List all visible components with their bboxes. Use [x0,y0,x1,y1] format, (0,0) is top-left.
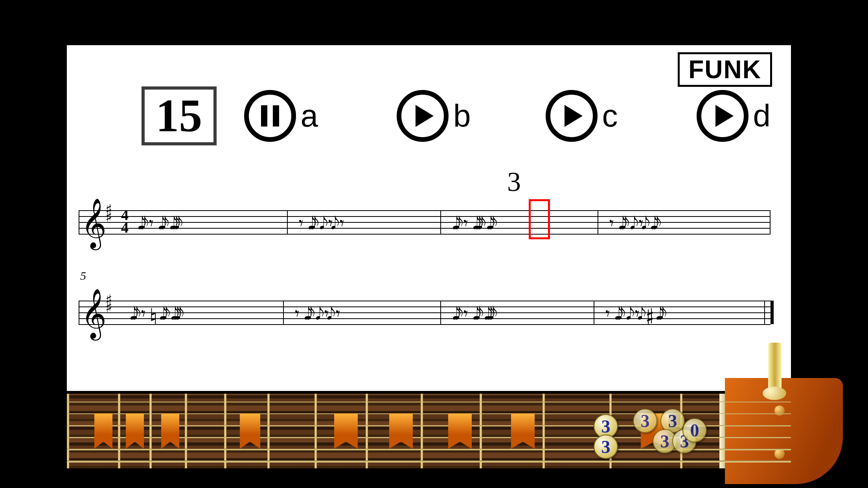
music-notes: 𝅘𝅥𝅮𝅘𝅥𝅮 𝄾 𝅘𝅥𝅮𝅘𝅥𝅮 𝅘𝅥𝅮𝅘𝅥𝅮𝅘𝅥𝅮 [452,304,491,324]
nut [719,394,725,468]
variation-d-button[interactable]: d [697,90,771,142]
time-signature: 44 [121,209,129,234]
finger-marker: 3 [594,435,618,459]
play-icon [546,90,598,142]
music-notes: 𝅘𝅥𝅮𝅘𝅥𝅮 𝄾 𝅘𝅥𝅮𝅘𝅥𝅮𝅘𝅥𝅮 𝅘𝅥𝅮𝅘𝅥𝅮 [452,213,491,233]
finger-marker-ghost: 3 [633,409,657,433]
variation-b-button[interactable]: b [397,90,471,142]
key-signature: ♯♯ [105,296,110,312]
variation-b-label: b [453,98,471,134]
finger-marker-ghost: 0 [682,418,707,442]
main-panel: FUNK 15 a b c d 3 𝄞 ♯♯ [67,45,791,391]
music-notes: 𝅘𝅥𝅮𝅘𝅥𝅮 𝄾 ♮𝅘𝅥𝅮𝅘𝅥𝅮 𝅘𝅥𝅮𝅘𝅥𝅮𝅘𝅥𝅮 [130,304,178,324]
variation-c-button[interactable]: c [546,90,618,142]
controls-row: 15 a b c d [142,88,771,143]
style-label: FUNK [678,52,772,87]
triplet-marker: 3 [507,166,521,198]
treble-clef-icon: 𝄞 [81,289,107,339]
fretboard[interactable]: 3 3 3 3 3 3 0 [67,394,791,468]
tuning-peg [768,343,782,390]
pause-icon [244,90,296,142]
staff-line-1: 𝄞 ♯♯ 44 𝅘𝅥𝅮𝅘𝅥𝅮 𝄾 𝅘𝅥𝅮𝅘𝅥𝅮 𝅘𝅥𝅮𝅘𝅥𝅮𝅘𝅥𝅮 𝄾 𝅘𝅥𝅮𝅘… [79,210,771,234]
music-notes: 𝄾 𝅘𝅥𝅮𝅘𝅥𝅮 𝅘𝅥𝅮 𝄾𝅘𝅥𝅮 𝄾 [295,304,338,324]
play-icon [697,90,748,142]
playback-cursor [529,199,550,239]
variation-c-label: c [602,98,618,134]
staff-line-2: 𝄞 ♯♯ 𝅘𝅥𝅮𝅘𝅥𝅮 𝄾 ♮𝅘𝅥𝅮𝅘𝅥𝅮 𝅘𝅥𝅮𝅘𝅥𝅮𝅘𝅥𝅮 𝄾 𝅘𝅥𝅮𝅘𝅥𝅮… [79,301,771,324]
key-signature: ♯♯ [105,205,110,221]
variation-d-label: d [753,98,771,134]
music-notes: 𝄾 𝅘𝅥𝅮𝅘𝅥𝅮 𝅘𝅥𝅮 𝄾𝅘𝅥𝅮 𝅘𝅥𝅮𝅘𝅥𝅮 [609,213,655,233]
music-notes: 𝅘𝅥𝅮𝅘𝅥𝅮 𝄾 𝅘𝅥𝅮𝅘𝅥𝅮 𝅘𝅥𝅮𝅘𝅥𝅮𝅘𝅥𝅮 [138,213,177,233]
play-icon [397,90,449,142]
variation-a-button[interactable]: a [244,90,318,142]
tuning-peg-knob [763,387,786,400]
treble-clef-icon: 𝄞 [81,198,107,249]
music-notes: 𝄾 𝅘𝅥𝅮𝅘𝅥𝅮 𝅘𝅥𝅮 𝄾𝅘𝅥𝅮 ♯𝅘𝅥𝅮𝅘𝅥𝅮 [605,304,660,324]
exercise-number-box: 15 [142,86,217,145]
music-notes: 𝄾 𝅘𝅥𝅮𝅘𝅥𝅮 𝅘𝅥𝅮 𝄾𝅘𝅥𝅮 𝄾 [299,213,342,233]
variation-a-label: a [301,98,318,134]
headstock-dot [774,405,785,416]
bar-number: 5 [80,269,86,283]
